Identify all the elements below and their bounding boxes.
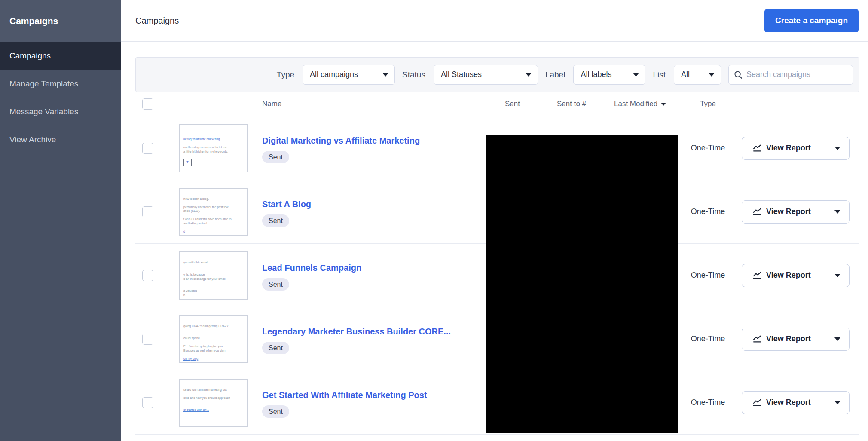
view-report-button[interactable]: View Report: [742, 264, 822, 287]
column-header-last-modified[interactable]: Last Modified: [608, 100, 679, 108]
view-report-icon: [753, 271, 761, 280]
status-badge: Sent: [262, 278, 289, 291]
row-checkbox[interactable]: [142, 143, 153, 154]
email-thumbnail[interactable]: going CRAZY and getting CRAZYcould spend…: [179, 315, 248, 363]
view-report-dropdown-toggle[interactable]: [822, 392, 849, 414]
campaign-name-link[interactable]: Start A Blog: [262, 199, 311, 210]
view-report-button[interactable]: View Report: [742, 328, 822, 350]
sidebar-item-message-variables[interactable]: Message Variables: [0, 98, 121, 126]
column-header-sent: Sent: [490, 100, 535, 108]
thumbnail-text-line: [183, 328, 244, 332]
row-thumbnail-cell: keting vs affiliate marketingand leaving…: [179, 116, 262, 180]
row-action-cell: View Report: [737, 180, 859, 243]
label-filter-dropdown[interactable]: All labels: [573, 65, 645, 85]
thumbnail-text-line: [183, 392, 244, 396]
status-badge-wrap: Sent: [262, 405, 490, 418]
view-report-label: View Report: [766, 144, 811, 153]
thumbnail-text-line: and taking action!: [183, 221, 244, 226]
search-input[interactable]: [746, 70, 847, 79]
sidebar-item-manage-templates[interactable]: Manage Templates: [0, 70, 121, 98]
email-thumbnail[interactable]: keting vs affiliate marketingand leaving…: [179, 124, 248, 172]
select-all-checkbox[interactable]: [142, 98, 153, 110]
view-report-split-button: View Report: [742, 391, 850, 414]
row-checkbox[interactable]: [142, 334, 153, 345]
email-thumbnail[interactable]: tarted with affiliate marketing outorks …: [179, 379, 248, 427]
view-report-label: View Report: [766, 398, 811, 407]
row-checkbox[interactable]: [142, 206, 153, 217]
row-select-cell: [135, 116, 179, 180]
chevron-down-icon: [834, 337, 840, 341]
email-thumbnail[interactable]: how to start a blog.personally used over…: [179, 188, 248, 236]
thumbnail-text-line: going CRAZY and getting CRAZY: [183, 324, 244, 328]
view-report-dropdown-toggle[interactable]: [822, 328, 849, 350]
row-checkbox[interactable]: [142, 270, 153, 281]
status-badge-wrap: Sent: [262, 214, 490, 227]
view-report-button[interactable]: View Report: [742, 392, 822, 414]
row-select-cell: [135, 307, 179, 371]
status-filter-dropdown[interactable]: All Statuses: [434, 65, 538, 85]
thumbnail-text-line: t on SEO and still have been able to: [183, 217, 244, 221]
campaign-name-link[interactable]: Lead Funnels Campaign: [262, 263, 361, 273]
row-select-cell: [135, 244, 179, 307]
type-filter-dropdown[interactable]: All campaigns: [303, 65, 395, 85]
view-report-button[interactable]: View Report: [742, 137, 822, 159]
row-action-cell: View Report: [737, 371, 859, 434]
thumbnail-text-line: [183, 133, 244, 138]
sidebar-item-label: Manage Templates: [9, 79, 78, 89]
thumbnail-text-line: [183, 285, 244, 289]
search-box: [728, 65, 853, 85]
sidebar-item-campaigns[interactable]: Campaigns: [0, 42, 121, 70]
sort-desc-icon: [661, 103, 666, 106]
create-campaign-button[interactable]: Create a campaign: [764, 9, 859, 32]
view-report-label: View Report: [766, 334, 811, 343]
thumbnail-text-line: [183, 256, 244, 260]
chevron-down-icon: [633, 73, 639, 77]
row-action-cell: View Report: [737, 307, 859, 371]
thumbnail-text-line: [183, 281, 244, 285]
view-report-dropdown-toggle[interactable]: [822, 264, 849, 287]
thumbnail-text-line: how to start a blog.: [183, 197, 244, 201]
thumbnail-link-text: keting vs affiliate marketing: [183, 137, 244, 141]
thumbnail-text-line: a valuable: [183, 289, 244, 293]
thumbnail-text-line: [183, 352, 244, 357]
thumbnail-text-line: [183, 400, 244, 404]
thumbnail-text-line: a little bit higher for my keywords.: [183, 150, 244, 154]
row-type-cell: One-Time: [679, 307, 737, 371]
list-filter-dropdown[interactable]: All: [674, 65, 721, 85]
row-name-cell: Legendary Marketer Business Builder CORE…: [262, 307, 490, 371]
campaign-name-link[interactable]: Get Started With Affiliate Marketing Pos…: [262, 390, 427, 401]
row-name-cell: Digital Marketing vs Affiliate Marketing…: [262, 116, 490, 180]
sidebar-item-view-archive[interactable]: View Archive: [0, 126, 121, 153]
row-name-cell: Lead Funnels Campaign Sent: [262, 244, 490, 307]
view-report-label: View Report: [766, 207, 811, 216]
sidebar-item-label: Campaigns: [9, 51, 51, 61]
status-badge-wrap: Sent: [262, 278, 490, 291]
page-title: Campaigns: [135, 16, 179, 26]
chevron-down-icon: [382, 73, 388, 77]
status-filter-label: Status: [402, 70, 425, 80]
thumbnail-link-text: d: [183, 230, 244, 234]
view-report-dropdown-toggle[interactable]: [822, 137, 849, 159]
row-action-cell: View Report: [737, 244, 859, 307]
row-type-cell: One-Time: [679, 116, 737, 180]
email-thumbnail[interactable]: you with this email...y list is becaused…: [179, 251, 248, 300]
view-report-button[interactable]: View Report: [742, 201, 822, 223]
campaign-name-link[interactable]: Legendary Marketer Business Builder CORE…: [262, 326, 451, 337]
status-filter-value: All Statuses: [441, 70, 482, 79]
filter-bar: Type All campaigns Status All Statuses L…: [135, 57, 859, 92]
thumbnail-text-line: tarted with affiliate marketing out: [183, 388, 244, 392]
chevron-down-icon: [709, 73, 715, 77]
redacted-region: [486, 135, 678, 433]
view-report-split-button: View Report: [742, 264, 850, 287]
row-checkbox[interactable]: [142, 397, 153, 408]
view-report-icon: [753, 335, 761, 343]
thumbnail-text-line: orks and how you should approach: [183, 396, 244, 400]
campaign-name-link[interactable]: Digital Marketing vs Affiliate Marketing: [262, 135, 420, 146]
view-report-dropdown-toggle[interactable]: [822, 201, 849, 223]
column-header-sent-to: Sent to #: [535, 100, 608, 108]
thumbnail-text-line: [183, 404, 244, 408]
sidebar: Campaigns Campaigns Manage Templates Mes…: [0, 0, 121, 441]
column-header-type: Type: [679, 100, 737, 108]
view-report-icon: [753, 144, 761, 153]
view-report-icon: [753, 398, 761, 407]
